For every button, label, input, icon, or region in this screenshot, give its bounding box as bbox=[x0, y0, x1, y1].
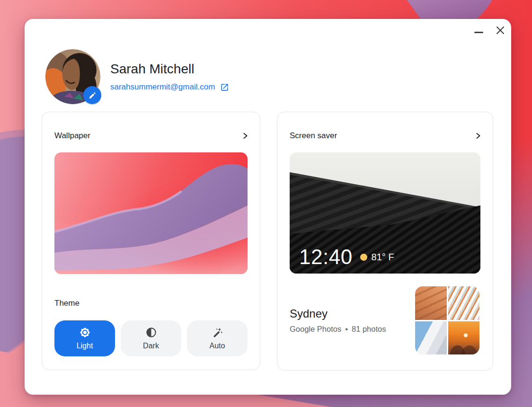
album-name: Sydney bbox=[290, 307, 386, 320]
theme-auto-button[interactable]: Auto bbox=[187, 320, 248, 356]
account-link[interactable]: sarahsummermit@gmail.com bbox=[110, 82, 229, 92]
clock-temperature: 81° F bbox=[372, 252, 394, 263]
theme-light-label: Light bbox=[77, 342, 93, 350]
brightness-icon bbox=[79, 327, 91, 338]
screensaver-preview[interactable]: 12:40 81° F bbox=[290, 152, 480, 274]
profile-avatar[interactable] bbox=[45, 49, 100, 104]
theme-auto-label: Auto bbox=[210, 342, 225, 350]
profile-name: Sarah Mitchell bbox=[110, 61, 194, 78]
wallpaper-card-header[interactable]: Wallpaper bbox=[54, 130, 248, 142]
close-icon bbox=[495, 25, 505, 35]
clock-time: 12:40 bbox=[299, 246, 353, 268]
screensaver-album-row: Sydney Google Photos • 81 photos bbox=[290, 286, 479, 354]
contrast-icon bbox=[145, 327, 157, 338]
close-button[interactable] bbox=[494, 24, 506, 36]
external-link-icon bbox=[220, 83, 229, 92]
pencil-icon bbox=[89, 91, 97, 99]
chevron-right-icon bbox=[242, 133, 248, 139]
theme-light-button[interactable]: Light bbox=[54, 320, 115, 356]
collage-photo-2 bbox=[448, 286, 480, 320]
theme-options: Light Dark Auto bbox=[54, 320, 248, 356]
album-photo-collage[interactable] bbox=[415, 286, 479, 354]
minimize-icon bbox=[474, 32, 483, 33]
album-info: Sydney Google Photos • 81 photos bbox=[290, 307, 386, 334]
screensaver-title: Screen saver bbox=[290, 131, 337, 141]
album-separator: • bbox=[345, 325, 348, 334]
screensaver-card-header[interactable]: Screen saver bbox=[290, 130, 481, 142]
magic-wand-icon bbox=[212, 327, 223, 338]
screensaver-clock: 12:40 81° F bbox=[299, 246, 394, 268]
wallpaper-preview[interactable] bbox=[54, 152, 248, 274]
theme-dark-button[interactable]: Dark bbox=[121, 320, 181, 356]
chevron-right-icon bbox=[475, 133, 481, 139]
theme-dark-label: Dark bbox=[143, 342, 159, 350]
desktop: Sarah Mitchell sarahsummermit@gmail.com … bbox=[0, 0, 532, 407]
album-source: Google Photos bbox=[290, 325, 341, 334]
personalization-window: Sarah Mitchell sarahsummermit@gmail.com … bbox=[25, 19, 511, 395]
profile-email: sarahsummermit@gmail.com bbox=[110, 82, 215, 92]
sun-icon bbox=[360, 254, 367, 261]
screensaver-card: Screen saver bbox=[277, 112, 493, 371]
minimize-button[interactable] bbox=[472, 26, 485, 38]
theme-label: Theme bbox=[54, 299, 80, 308]
album-subtitle: Google Photos • 81 photos bbox=[290, 325, 386, 334]
wallpaper-title: Wallpaper bbox=[54, 131, 90, 141]
album-count: 81 photos bbox=[352, 325, 386, 334]
edit-avatar-button[interactable] bbox=[83, 86, 101, 104]
collage-photo-4 bbox=[448, 321, 480, 355]
collage-photo-3 bbox=[415, 321, 447, 355]
collage-photo-1 bbox=[415, 286, 447, 320]
wallpaper-card: Wallpaper bbox=[42, 112, 260, 370]
